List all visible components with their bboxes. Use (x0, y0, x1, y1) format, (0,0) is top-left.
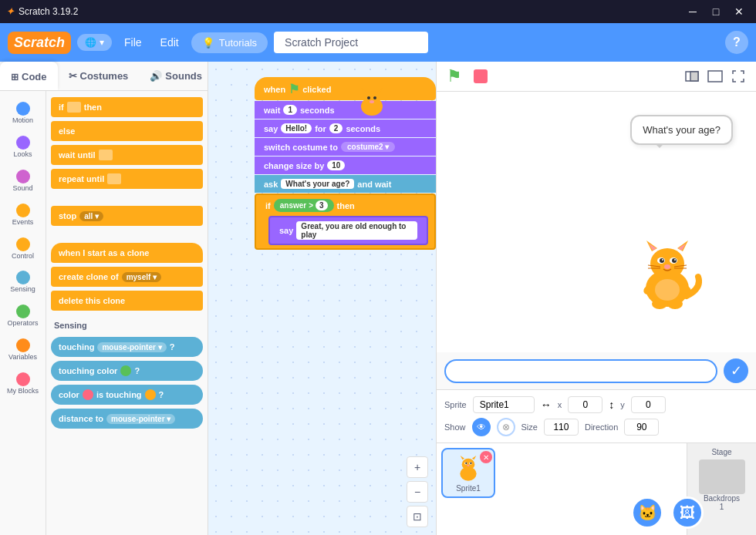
sprite-delete-button[interactable]: ✕ (480, 451, 492, 463)
svg-point-33 (462, 459, 475, 470)
category-motion[interactable]: Motion (2, 97, 45, 130)
stop-all-block[interactable]: stop all ▾ (51, 206, 203, 226)
scratch-logo[interactable]: Scratch (8, 32, 71, 54)
category-events[interactable]: Events (2, 199, 45, 231)
category-sensing[interactable]: Sensing (2, 266, 45, 298)
full-stage-icon (707, 69, 723, 84)
add-backdrop-button[interactable]: 🖼 (671, 496, 704, 529)
y-input[interactable] (631, 396, 666, 413)
tab-code[interactable]: ⊞ Code (0, 62, 58, 90)
sprite-list-area: ✕ Sprite1 Stage (437, 442, 756, 535)
green-flag-icon: ⚑ (447, 66, 462, 86)
tutorials-label: Tutorials (219, 37, 257, 49)
zoom-fit-button[interactable]: ⊡ (407, 506, 428, 527)
language-button[interactable]: 🌐 ▾ (77, 34, 112, 51)
titlebar-controls: ─ □ ✕ (682, 1, 750, 22)
sprite-thumb-cat (453, 453, 484, 483)
category-looks[interactable]: Looks (2, 131, 45, 163)
svg-point-6 (370, 100, 374, 103)
touching-color-block[interactable]: touching color ? (51, 361, 203, 381)
else-block[interactable]: else (51, 121, 203, 141)
wait-until-block[interactable]: wait until (51, 145, 203, 165)
green-flag-button[interactable]: ⚑ (444, 66, 464, 86)
show-label: Show (444, 422, 466, 432)
add-sprite-button[interactable]: 🐱 (631, 496, 663, 529)
file-menu[interactable]: File (118, 33, 148, 52)
when-clone-block[interactable]: when I start as a clone (51, 243, 203, 263)
tab-sounds[interactable]: 🔊 Sounds (139, 62, 213, 90)
svg-marker-2 (361, 88, 367, 94)
lightbulb-icon: 💡 (202, 37, 214, 49)
change-size-block[interactable]: change size by 10 (255, 156, 436, 174)
show-visible-button[interactable]: 👁 (472, 418, 491, 436)
distance-to-block[interactable]: distance to mouse-pointer ▾ (51, 409, 203, 429)
stop-button[interactable] (471, 66, 491, 86)
wait-block[interactable]: wait 1 seconds (255, 101, 436, 119)
answer-input[interactable] (444, 359, 717, 383)
svg-point-31 (655, 279, 680, 301)
svg-point-20 (662, 259, 663, 261)
touching-block[interactable]: touching mouse-pointer ▾ ? (51, 337, 203, 357)
scripts-area[interactable]: when ⚑ clicked wait 1 seconds say Hello!… (208, 62, 436, 535)
menubar: Scratch 🌐 ▾ File Edit 💡 Tutorials ? (0, 23, 756, 62)
flag-icon: ⚑ (289, 82, 299, 96)
sprite-label: Sprite (444, 400, 467, 409)
svg-rect-9 (708, 71, 722, 82)
titlebar: ✦ Scratch 3.19.2 ─ □ ✕ (0, 0, 756, 23)
answer-submit-button[interactable]: ✓ (724, 358, 748, 383)
code-icon: ⊞ (11, 72, 19, 82)
categories-sidebar: Motion Looks Sound Events Control (0, 91, 46, 535)
category-my-blocks[interactable]: My Blocks (2, 368, 45, 400)
sprite-thumb-sprite1[interactable]: ✕ Sprite1 (441, 448, 495, 498)
switch-costume-block[interactable]: switch costume to costume2 ▾ (255, 138, 436, 156)
svg-marker-3 (376, 88, 383, 94)
size-input[interactable] (544, 419, 579, 436)
sprite-name-input[interactable] (473, 396, 535, 413)
create-clone-block[interactable]: create clone of myself ▾ (51, 267, 203, 287)
fullscreen-button[interactable] (728, 66, 748, 86)
svg-point-22 (664, 264, 670, 269)
sprite-info-panel: Sprite ↔ x ↕ y Show 👁 ⊗ Size Direction (437, 389, 756, 442)
tab-costumes[interactable]: ✂ Costumes (58, 62, 140, 90)
scratch-cat-svg (633, 234, 702, 311)
category-operators[interactable]: Operators (2, 300, 45, 332)
say-inner-block[interactable]: say Great, you are old enough to play (268, 216, 428, 245)
chevron-down-icon: ▾ (100, 37, 104, 48)
tutorials-button[interactable]: 💡 Tutorials (191, 32, 268, 53)
edit-menu[interactable]: Edit (154, 33, 185, 52)
if-then-block[interactable]: if then (51, 97, 203, 117)
category-variables[interactable]: Variables (2, 334, 45, 366)
zoom-in-button[interactable]: + (407, 456, 428, 478)
x-input[interactable] (568, 396, 602, 413)
speech-bubble: What's your age? (630, 115, 733, 145)
stage-thumb[interactable] (699, 459, 745, 494)
when-clicked-block[interactable]: when ⚑ clicked (255, 77, 436, 100)
stage-sprite (633, 234, 702, 314)
full-stage-button[interactable] (705, 66, 725, 86)
svg-point-19 (672, 258, 677, 263)
category-sound[interactable]: Sound (2, 165, 45, 197)
scratch-icon: ✦ (6, 6, 14, 17)
svg-point-21 (674, 259, 676, 261)
say-block[interactable]: say Hello! for 2 seconds (255, 119, 436, 137)
show-hidden-button[interactable]: ⊗ (497, 418, 515, 436)
zoom-controls: + − ⊡ (407, 456, 428, 527)
delete-clone-block[interactable]: delete this clone (51, 291, 203, 311)
ask-block[interactable]: ask What's your age? and wait (255, 175, 436, 193)
fullscreen-icon (731, 69, 746, 84)
color-touching-block[interactable]: color is touching ? (51, 385, 203, 405)
maximize-button[interactable]: □ (705, 1, 727, 22)
repeat-until-block[interactable]: repeat until (51, 169, 203, 189)
close-button[interactable]: ✕ (728, 1, 750, 22)
minimize-button[interactable]: ─ (682, 1, 704, 22)
project-name-input[interactable] (274, 32, 428, 53)
svg-point-39 (470, 463, 471, 464)
category-control[interactable]: Control (2, 233, 45, 265)
svg-rect-8 (690, 72, 698, 81)
direction-input[interactable] (624, 419, 659, 436)
if-block[interactable]: if answer > 3 then say Great, you are ol… (255, 193, 436, 250)
help-button[interactable]: ? (725, 31, 748, 54)
zoom-out-button[interactable]: − (407, 481, 428, 503)
x-arrow-icon: ↔ (541, 399, 552, 411)
small-stage-button[interactable] (682, 66, 702, 86)
